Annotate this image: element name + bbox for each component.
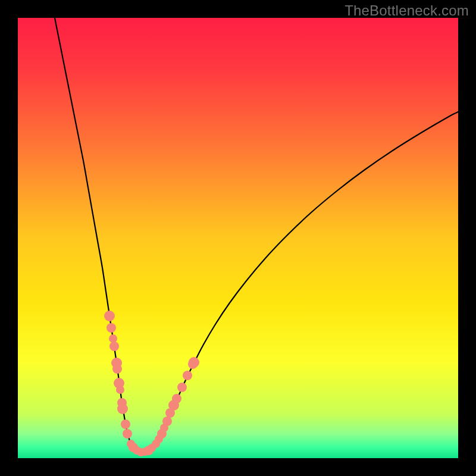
data-point [112, 364, 122, 374]
data-point [107, 323, 116, 333]
data-point [162, 416, 172, 426]
data-point [109, 334, 117, 343]
data-point [177, 383, 187, 392]
curve-left-branch [55, 18, 143, 452]
data-point [183, 371, 192, 380]
watermark-text: TheBottleneck.com [345, 2, 469, 19]
data-point [121, 419, 130, 429]
bottleneck-curve-layer [18, 18, 458, 458]
data-point [189, 357, 199, 368]
data-point [123, 429, 132, 439]
chart-frame: TheBottleneck.com [0, 0, 476, 476]
data-points-group [104, 311, 199, 456]
curve-right-branch [143, 112, 458, 452]
data-point [109, 342, 119, 351]
plot-area [18, 18, 458, 458]
data-point [116, 386, 124, 394]
data-point [104, 311, 115, 321]
data-point [172, 394, 181, 403]
data-point [117, 403, 128, 414]
